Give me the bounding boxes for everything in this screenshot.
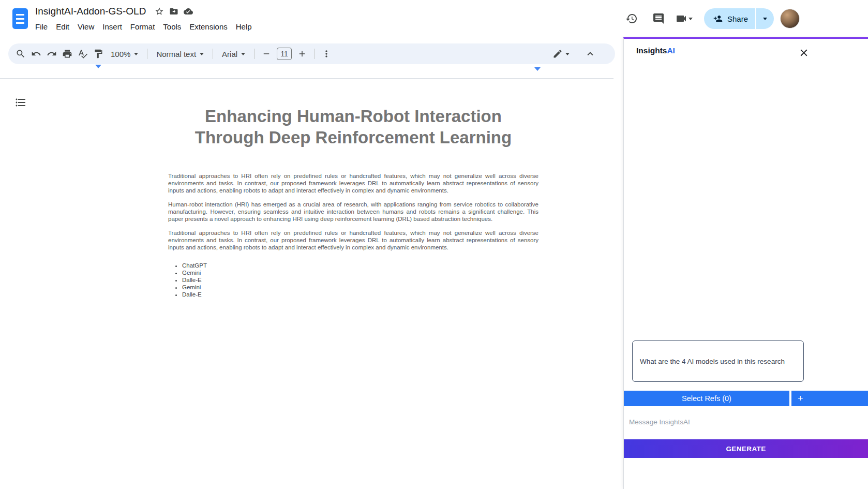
comments-button[interactable]	[648, 8, 669, 29]
bullet-list: ChatGPT Gemini Dalle-E Gemini Dalle-E	[168, 262, 538, 298]
share-button-label: Share	[727, 14, 748, 23]
print-icon	[62, 49, 72, 59]
toolbar: 100% Normal text Arial 11	[8, 43, 615, 64]
undo-button[interactable]	[29, 47, 43, 61]
more-vertical-icon	[321, 49, 332, 59]
undo-icon	[31, 49, 41, 59]
chevron-down-icon	[689, 18, 693, 20]
topbar: InsightAI-Addon-GS-OLD File Edit View In…	[0, 0, 868, 37]
menu-tools[interactable]: Tools	[159, 21, 185, 33]
close-sidebar-button[interactable]	[797, 46, 811, 60]
print-button[interactable]	[60, 47, 74, 61]
indent-triangle-icon	[534, 67, 541, 80]
increase-font-size-button[interactable]	[295, 47, 309, 61]
insightsai-sidebar: InsightsAI What are the 4 AI models used…	[623, 37, 868, 489]
editing-mode-select[interactable]	[552, 49, 570, 59]
share-button-group: Share	[704, 8, 774, 29]
paragraph[interactable]: Traditional approaches to HRI often rely…	[168, 172, 538, 194]
chevron-down-icon	[200, 53, 204, 55]
paragraph-style-value: Normal text	[156, 50, 196, 58]
ruler	[0, 64, 613, 79]
sidebar-title-accent: AI	[667, 46, 675, 55]
document-title[interactable]: InsightAI-Addon-GS-OLD	[35, 6, 146, 17]
chevron-down-icon	[134, 53, 138, 55]
meet-button[interactable]	[675, 12, 693, 25]
video-call-icon	[675, 12, 687, 25]
generate-button[interactable]: GENERATE	[624, 439, 868, 458]
paint-format-button[interactable]	[91, 47, 106, 61]
select-refs-button[interactable]: Select Refs (0)	[624, 391, 789, 406]
document-heading[interactable]: Enhancing Human-Robot Interaction Throug…	[183, 106, 524, 148]
toolbar-divider	[254, 49, 255, 59]
search-icon	[16, 49, 26, 59]
more-toolbar-options-button[interactable]	[319, 47, 334, 61]
menu-extensions[interactable]: Extensions	[185, 21, 231, 33]
decrease-font-size-button[interactable]	[259, 47, 274, 61]
comment-icon	[652, 12, 665, 25]
share-dropdown-button[interactable]	[755, 8, 774, 29]
list-item[interactable]: Gemini	[182, 269, 538, 276]
left-indent-marker[interactable]	[95, 68, 101, 78]
spellcheck-icon	[78, 49, 88, 59]
list-item[interactable]: ChatGPT	[182, 262, 538, 269]
list-item[interactable]: Gemini	[182, 284, 538, 291]
chevron-down-icon	[241, 53, 245, 55]
share-button[interactable]: Share	[704, 8, 755, 29]
paint-roller-icon	[93, 49, 103, 59]
toolbar-divider	[147, 49, 147, 59]
paragraph[interactable]: Human-robot interaction (HRI) has emerge…	[168, 201, 538, 223]
sidebar-title-primary: Insights	[636, 46, 667, 55]
font-select[interactable]: Arial	[218, 47, 249, 61]
redo-icon	[47, 49, 57, 59]
cloud-saved-icon	[184, 7, 193, 16]
zoom-select[interactable]: 100%	[107, 47, 142, 61]
indent-triangle-icon	[95, 65, 101, 77]
move-button[interactable]	[167, 4, 181, 19]
show-outline-button[interactable]	[13, 95, 28, 110]
document-status-button[interactable]	[181, 4, 196, 19]
title-and-menus: InsightAI-Addon-GS-OLD File Edit View In…	[35, 4, 256, 34]
font-size-input[interactable]: 11	[277, 48, 292, 60]
chevron-up-icon	[585, 48, 596, 60]
list-item[interactable]: Dalle-E	[182, 276, 538, 284]
spelling-check-button[interactable]	[76, 47, 90, 61]
version-history-button[interactable]	[621, 8, 642, 29]
pen-icon	[552, 49, 563, 59]
search-menus-button[interactable]	[13, 47, 28, 61]
menu-view[interactable]: View	[73, 21, 98, 33]
message-input[interactable]: Message InsightsAI	[629, 418, 690, 426]
add-ref-button[interactable]: +	[791, 391, 868, 406]
redo-button[interactable]	[44, 47, 59, 61]
chevron-down-icon	[565, 53, 570, 55]
document-area: 100% Normal text Arial 11	[0, 37, 623, 489]
star-button[interactable]	[152, 4, 167, 19]
zoom-value: 100%	[111, 50, 130, 58]
list-item[interactable]: Dalle-E	[182, 291, 538, 298]
history-icon	[625, 12, 638, 25]
menu-format[interactable]: Format	[126, 21, 159, 33]
paragraph[interactable]: Traditional approaches to HRI often rely…	[168, 229, 538, 251]
font-value: Arial	[222, 50, 237, 58]
document-outline-icon	[14, 96, 27, 109]
question-input[interactable]: What are the 4 AI models used in this re…	[632, 340, 804, 382]
paragraph-style-select[interactable]: Normal text	[152, 47, 208, 61]
topbar-actions: Share	[621, 8, 868, 29]
menu-insert[interactable]: Insert	[98, 21, 126, 33]
account-avatar[interactable]	[780, 9, 800, 28]
toolbar-divider	[314, 49, 315, 59]
person-add-icon	[713, 14, 723, 23]
chevron-down-icon	[763, 18, 767, 20]
google-docs-logo-icon[interactable]	[12, 8, 28, 29]
minus-icon	[262, 49, 271, 58]
menu-edit[interactable]: Edit	[52, 21, 73, 33]
toolbar-right	[552, 47, 610, 61]
star-icon	[155, 7, 164, 16]
page-content: Enhancing Human-Robot Interaction Throug…	[168, 79, 538, 298]
plus-icon	[297, 49, 307, 58]
hide-menus-button[interactable]	[583, 47, 597, 61]
close-icon	[798, 47, 810, 58]
move-folder-icon	[169, 7, 178, 16]
menu-bar: File Edit View Insert Format Tools Exten…	[31, 19, 256, 34]
menu-help[interactable]: Help	[232, 21, 256, 33]
menu-file[interactable]: File	[31, 21, 52, 33]
